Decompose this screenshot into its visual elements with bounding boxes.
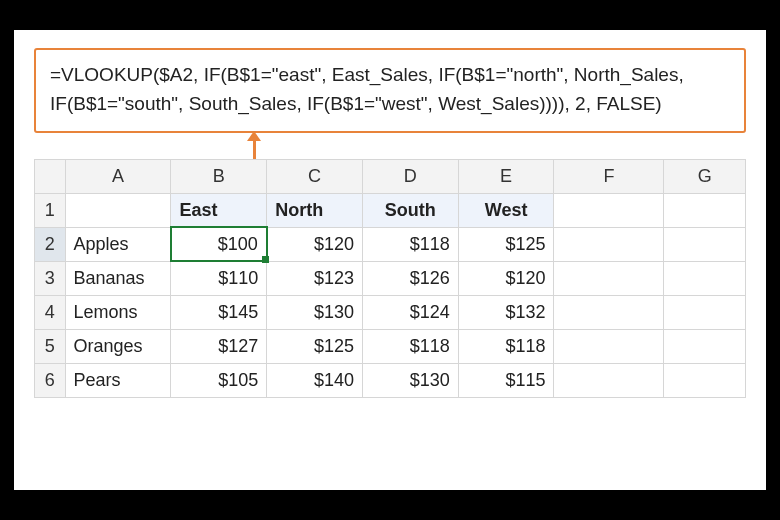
col-header-B[interactable]: B [171, 159, 267, 193]
cell-B1[interactable]: East [171, 193, 267, 227]
arrow-pointer [34, 133, 746, 159]
cell-G6[interactable] [664, 363, 746, 397]
cell-C1[interactable]: North [267, 193, 363, 227]
cell-B2-active[interactable]: $100 [171, 227, 267, 261]
cell-A1[interactable] [65, 193, 171, 227]
formula-line-1: =VLOOKUP($A2, IF(B$1="east", East_Sales,… [50, 60, 730, 89]
col-header-C[interactable]: C [267, 159, 363, 193]
row-2: 2 Apples $100 $120 $118 $125 [35, 227, 746, 261]
col-header-A[interactable]: A [65, 159, 171, 193]
cell-A3[interactable]: Bananas [65, 261, 171, 295]
cell-D4[interactable]: $124 [362, 295, 458, 329]
screenshot-card: =VLOOKUP($A2, IF(B$1="east", East_Sales,… [14, 30, 766, 490]
cell-E4[interactable]: $132 [458, 295, 554, 329]
cell-G2[interactable] [664, 227, 746, 261]
row-header-1[interactable]: 1 [35, 193, 66, 227]
cell-C5[interactable]: $125 [267, 329, 363, 363]
row-3: 3 Bananas $110 $123 $126 $120 [35, 261, 746, 295]
cell-D5[interactable]: $118 [362, 329, 458, 363]
row-4: 4 Lemons $145 $130 $124 $132 [35, 295, 746, 329]
cell-F5[interactable] [554, 329, 664, 363]
cell-E2[interactable]: $125 [458, 227, 554, 261]
cell-D2[interactable]: $118 [362, 227, 458, 261]
col-header-D[interactable]: D [362, 159, 458, 193]
cell-C3[interactable]: $123 [267, 261, 363, 295]
cell-G4[interactable] [664, 295, 746, 329]
row-header-3[interactable]: 3 [35, 261, 66, 295]
cell-A6[interactable]: Pears [65, 363, 171, 397]
row-header-5[interactable]: 5 [35, 329, 66, 363]
row-6: 6 Pears $105 $140 $130 $115 [35, 363, 746, 397]
cell-F6[interactable] [554, 363, 664, 397]
cell-F3[interactable] [554, 261, 664, 295]
row-header-2[interactable]: 2 [35, 227, 66, 261]
cell-G1[interactable] [664, 193, 746, 227]
cell-D3[interactable]: $126 [362, 261, 458, 295]
cell-C6[interactable]: $140 [267, 363, 363, 397]
select-all-corner[interactable] [35, 159, 66, 193]
spreadsheet-grid[interactable]: A B C D E F G 1 East North South West 2 … [34, 159, 746, 398]
row-header-4[interactable]: 4 [35, 295, 66, 329]
row-header-6[interactable]: 6 [35, 363, 66, 397]
col-header-E[interactable]: E [458, 159, 554, 193]
cell-D1[interactable]: South [362, 193, 458, 227]
cell-G5[interactable] [664, 329, 746, 363]
column-header-row: A B C D E F G [35, 159, 746, 193]
cell-B4[interactable]: $145 [171, 295, 267, 329]
cell-B6[interactable]: $105 [171, 363, 267, 397]
col-header-F[interactable]: F [554, 159, 664, 193]
cell-F4[interactable] [554, 295, 664, 329]
formula-line-2: IF(B$1="south", South_Sales, IF(B$1="wes… [50, 89, 730, 118]
cell-E1[interactable]: West [458, 193, 554, 227]
cell-A4[interactable]: Lemons [65, 295, 171, 329]
cell-C2[interactable]: $120 [267, 227, 363, 261]
cell-E3[interactable]: $120 [458, 261, 554, 295]
cell-F1[interactable] [554, 193, 664, 227]
cell-B5[interactable]: $127 [171, 329, 267, 363]
cell-F2[interactable] [554, 227, 664, 261]
row-5: 5 Oranges $127 $125 $118 $118 [35, 329, 746, 363]
cell-B3[interactable]: $110 [171, 261, 267, 295]
arrow-up-icon [247, 131, 261, 159]
cell-D6[interactable]: $130 [362, 363, 458, 397]
row-1: 1 East North South West [35, 193, 746, 227]
cell-A5[interactable]: Oranges [65, 329, 171, 363]
cell-C4[interactable]: $130 [267, 295, 363, 329]
cell-E5[interactable]: $118 [458, 329, 554, 363]
cell-A2[interactable]: Apples [65, 227, 171, 261]
cell-G3[interactable] [664, 261, 746, 295]
cell-E6[interactable]: $115 [458, 363, 554, 397]
formula-bar[interactable]: =VLOOKUP($A2, IF(B$1="east", East_Sales,… [34, 48, 746, 133]
col-header-G[interactable]: G [664, 159, 746, 193]
